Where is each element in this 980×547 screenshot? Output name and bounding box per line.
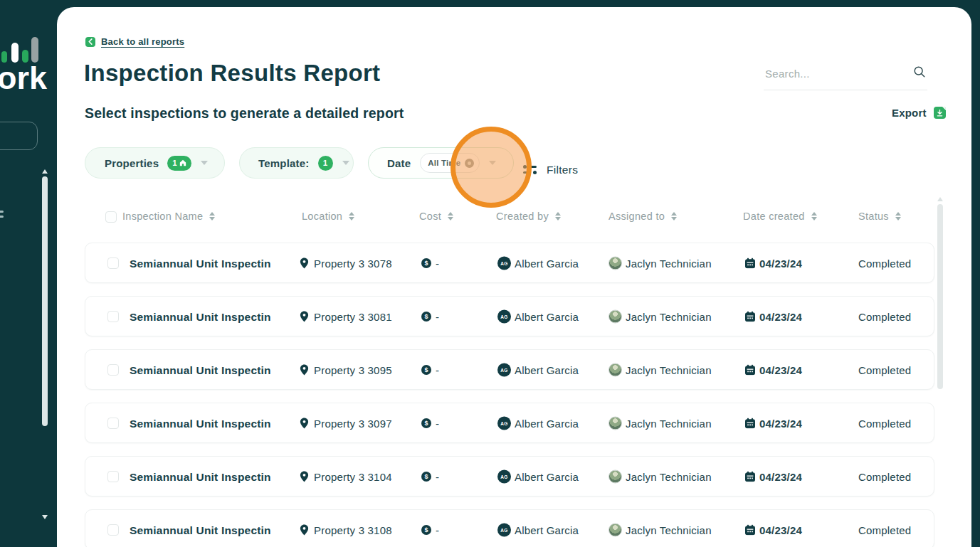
- cost-cell: -: [436, 243, 439, 284]
- sidebar-scroll-down-icon[interactable]: [42, 515, 48, 519]
- dollar-icon: $: [421, 525, 431, 535]
- sidebar-search-outline[interactable]: [0, 122, 38, 150]
- search-icon[interactable]: [913, 65, 926, 81]
- calendar-icon: [745, 471, 755, 482]
- calendar-icon: [745, 418, 755, 428]
- sidebar-scroll-up-icon[interactable]: [42, 169, 48, 174]
- house-icon: [179, 159, 186, 166]
- date-created-cell: 04/23/24: [759, 403, 802, 444]
- status-cell: Completed: [858, 510, 911, 547]
- table-row[interactable]: Semiannual Unit Inspectin Property 3 309…: [85, 349, 934, 390]
- assigned-to-avatar: [608, 256, 622, 270]
- sidebar-scrollbar[interactable]: [42, 176, 48, 426]
- date-value-chip[interactable]: All Time: [420, 153, 480, 173]
- sort-icon[interactable]: [811, 212, 817, 221]
- filters-button[interactable]: Filters: [523, 154, 578, 186]
- inspection-name: Semiannual Unit Inspectin: [130, 403, 271, 444]
- created-by-avatar: AG: [497, 309, 511, 323]
- date-created-cell: 04/23/24: [759, 243, 802, 284]
- status-cell: Completed: [858, 457, 911, 497]
- assigned-to-avatar: [608, 363, 622, 376]
- created-by-avatar: AG: [497, 469, 511, 483]
- location-cell: Property 3 3078: [314, 243, 392, 284]
- created-by-cell: Albert Garcia: [515, 297, 579, 337]
- search-input[interactable]: [765, 68, 913, 80]
- created-by-cell: Albert Garcia: [515, 457, 579, 497]
- inspection-name: Semiannual Unit Inspectin: [130, 350, 271, 391]
- calendar-icon: [745, 257, 755, 268]
- table-row[interactable]: Semiannual Unit Inspectin Property 3 307…: [85, 243, 934, 283]
- row-checkbox[interactable]: [107, 364, 119, 376]
- created-by-cell: Albert Garcia: [515, 243, 579, 284]
- filter-properties[interactable]: Properties 1: [85, 147, 225, 179]
- table-row[interactable]: Semiannual Unit Inspectin Property 3 310…: [85, 456, 934, 496]
- sidebar: ork: [0, 0, 57, 547]
- assigned-to-avatar: [608, 469, 622, 483]
- row-checkbox[interactable]: [107, 257, 119, 269]
- filter-template[interactable]: Template: 1: [239, 147, 354, 179]
- location-cell: Property 3 3081: [314, 297, 392, 337]
- row-checkbox[interactable]: [107, 524, 119, 536]
- clear-date-icon[interactable]: [465, 159, 474, 168]
- date-value: All Time: [428, 159, 460, 167]
- location-pin-icon: [300, 524, 309, 536]
- column-header-date-created[interactable]: Date created: [743, 211, 817, 222]
- assigned-to-cell: Jaclyn Technician: [626, 403, 712, 444]
- back-arrow-icon: [85, 37, 95, 47]
- sort-icon[interactable]: [671, 212, 677, 221]
- assigned-to-cell: Jaclyn Technician: [626, 243, 712, 284]
- table-row[interactable]: Semiannual Unit Inspectin Property 3 310…: [85, 509, 934, 547]
- filter-properties-label: Properties: [105, 157, 159, 169]
- page-title: Inspection Results Report: [84, 60, 380, 87]
- chevron-down-icon[interactable]: [342, 161, 349, 165]
- sort-icon[interactable]: [448, 212, 453, 221]
- location-pin-icon: [300, 364, 309, 376]
- chevron-down-icon[interactable]: [489, 161, 496, 165]
- column-header-inspection-name[interactable]: Inspection Name: [122, 211, 215, 222]
- dollar-icon: $: [421, 258, 431, 268]
- assigned-to-cell: Jaclyn Technician: [626, 297, 712, 337]
- column-header-cost[interactable]: Cost: [419, 211, 453, 222]
- dollar-icon: $: [421, 312, 431, 322]
- back-to-reports-link[interactable]: Back to all reports: [85, 36, 184, 47]
- search-box[interactable]: [764, 64, 927, 90]
- column-header-status[interactable]: Status: [858, 211, 901, 222]
- created-by-cell: Albert Garcia: [515, 510, 579, 547]
- column-header-assigned-to[interactable]: Assigned to: [608, 211, 677, 222]
- calendar-icon: [745, 364, 755, 375]
- app-logo[interactable]: ork: [0, 60, 47, 97]
- table-scroll-up-icon[interactable]: [937, 197, 943, 201]
- location-cell: Property 3 3104: [314, 457, 392, 497]
- main-panel: Back to all reports Inspection Results R…: [57, 7, 971, 547]
- date-created-cell: 04/23/24: [759, 510, 802, 547]
- sort-icon[interactable]: [895, 212, 901, 221]
- chevron-down-icon[interactable]: [201, 161, 208, 165]
- column-header-location[interactable]: Location: [302, 211, 354, 222]
- status-cell: Completed: [858, 350, 911, 391]
- sort-icon[interactable]: [349, 212, 354, 221]
- table-scrollbar[interactable]: [937, 204, 943, 389]
- export-button[interactable]: Export: [892, 107, 946, 119]
- cost-cell: -: [436, 403, 439, 444]
- status-cell: Completed: [858, 243, 911, 284]
- inspection-name: Semiannual Unit Inspectin: [130, 457, 271, 497]
- row-checkbox[interactable]: [107, 311, 119, 322]
- filter-date-label: Date: [387, 157, 411, 169]
- page-subtitle: Select inspections to generate a detaile…: [85, 105, 404, 122]
- filter-date[interactable]: Date All Time: [368, 147, 514, 179]
- properties-count-badge: 1: [167, 156, 191, 171]
- select-all-checkbox[interactable]: [105, 211, 117, 223]
- back-link-label: Back to all reports: [101, 36, 184, 47]
- inspection-name: Semiannual Unit Inspectin: [130, 243, 271, 284]
- assigned-to-avatar: [608, 309, 622, 323]
- row-checkbox[interactable]: [107, 471, 119, 482]
- row-checkbox[interactable]: [107, 418, 119, 429]
- sort-icon[interactable]: [555, 212, 561, 221]
- filters-label: Filters: [547, 164, 578, 176]
- table-row[interactable]: Semiannual Unit Inspectin Property 3 309…: [85, 403, 934, 443]
- inspection-name: Semiannual Unit Inspectin: [130, 510, 271, 547]
- column-header-created-by[interactable]: Created by: [496, 211, 561, 222]
- sort-icon[interactable]: [209, 212, 215, 221]
- dollar-icon: $: [421, 365, 431, 375]
- table-row[interactable]: Semiannual Unit Inspectin Property 3 308…: [85, 296, 934, 336]
